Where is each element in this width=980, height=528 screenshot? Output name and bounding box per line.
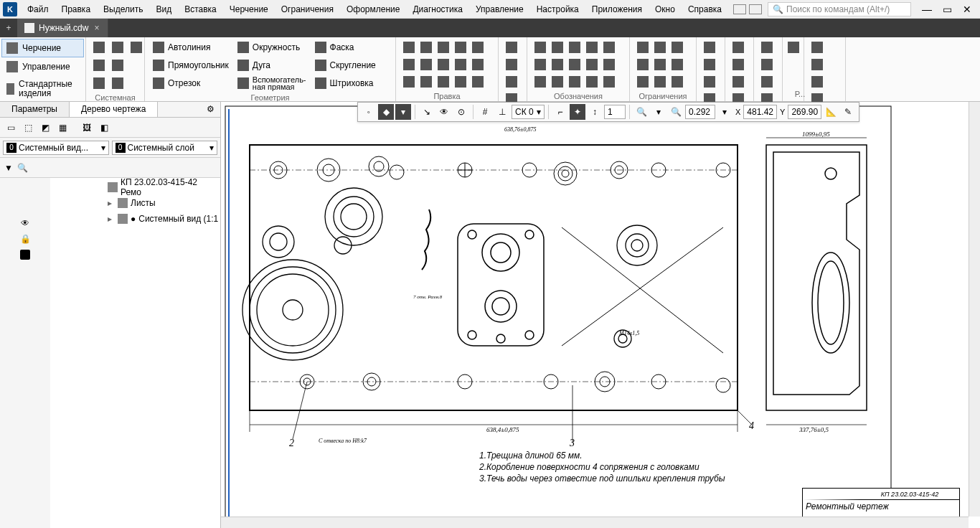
hatch-button[interactable]: Штриховка [311,75,380,92]
tree-system-view[interactable]: ▸ ● Системный вид (1:1 [50,211,220,227]
tool-button[interactable] [730,73,747,90]
undo-button[interactable] [90,75,108,92]
fb-dropdown[interactable]: ▾ [395,104,411,120]
tool-button[interactable] [532,39,549,56]
tool-button[interactable] [634,56,651,73]
fb-btn[interactable]: ⊥ [494,104,510,120]
mdi-minimize-icon[interactable] [733,4,746,14]
chamfer-button[interactable]: Фаска [311,39,380,56]
menu-format[interactable]: Оформление [341,2,405,16]
tool-button[interactable] [669,73,686,90]
menu-constraints[interactable]: Ограничения [275,2,339,16]
tool-button[interactable] [418,56,435,73]
tool-button[interactable] [532,73,549,90]
tool-button[interactable] [600,56,618,73]
layer-swatch[interactable] [20,250,30,260]
segment-button[interactable]: Отрезок [149,75,232,92]
tool-button[interactable] [669,39,686,56]
expand-icon[interactable]: ▸ [108,198,115,208]
tool-button[interactable] [549,39,566,56]
drawing-canvas[interactable]: ◦ ◆ ▾ ↘ 👁 ⊙ # ⊥ СК 0▾ ⌐ ✦ ↕ 1 🔍 ▾ 🔍 0.29… [221,102,980,528]
zoom-field[interactable]: 0.292 [685,105,715,119]
step-field[interactable]: 1 [604,105,626,119]
fb-eraser[interactable]: ◆ [378,104,394,120]
mdi-restore-icon[interactable] [749,4,762,14]
mode-drawing[interactable]: Черчение [1,39,84,57]
rectangle-button[interactable]: Прямоугольник [149,57,232,74]
tool-button[interactable] [730,39,747,56]
tool-button[interactable] [701,73,718,90]
fb-snap[interactable]: ✦ [570,104,585,120]
tool-button[interactable] [809,56,826,73]
close-tab-icon[interactable]: × [93,23,100,33]
menu-help[interactable]: Справка [682,2,727,16]
mode-manage[interactable]: Управление [1,57,84,76]
search-tree-icon[interactable]: 🔍 [17,163,28,173]
tool-button[interactable] [566,56,583,73]
window-maximize[interactable]: ▭ [937,1,957,17]
menu-edit[interactable]: Правка [56,2,97,16]
tool-button[interactable] [549,56,566,73]
tool-button[interactable] [583,73,600,90]
tool-button[interactable] [809,73,826,90]
tool-button[interactable] [566,73,583,90]
eye-icon[interactable]: 👁 [21,218,29,228]
tab-tree[interactable]: Дерево чертежа [70,102,158,117]
eyedropper-icon[interactable]: ✎ [840,104,856,120]
floating-toolbar[interactable]: ◦ ◆ ▾ ↘ 👁 ⊙ # ⊥ СК 0▾ ⌐ ✦ ↕ 1 🔍 ▾ 🔍 0.29… [357,102,859,122]
menu-drawing[interactable]: Черчение [224,2,274,16]
panel-settings-icon[interactable]: ⚙ [201,102,220,117]
window-close[interactable]: ✕ [957,1,977,17]
menu-settings[interactable]: Настройка [531,2,585,16]
tool-button[interactable] [435,56,452,73]
tool-button[interactable] [651,56,669,73]
mode-standard[interactable]: Стандартные изделия [1,76,84,102]
print-button[interactable] [90,57,108,74]
tool-button[interactable] [532,56,549,73]
tool-button[interactable] [701,39,718,56]
window-minimize[interactable]: — [917,1,937,17]
command-search[interactable]: 🔍 Поиск по командам (Alt+/) [768,2,911,16]
tool-button[interactable] [634,73,651,90]
tool-button[interactable] [730,56,747,73]
tool-button[interactable] [418,73,435,90]
tool-button[interactable] [758,73,776,90]
tool-button[interactable] [600,39,618,56]
tool-button[interactable] [452,56,469,73]
drawing-tree[interactable]: КП 23.02.03-415-42 Ремо ▸ Листы ▸ ● Сист… [50,178,220,528]
vertical-scrollbar[interactable] [969,102,980,517]
grid-button[interactable]: # [477,104,493,120]
new-tab-button[interactable]: + [0,19,17,37]
tree-btn-4[interactable]: ▦ [55,120,70,136]
tool-button[interactable] [669,56,686,73]
fb-dropdown[interactable]: ▾ [651,104,666,120]
tool-button[interactable] [600,73,618,90]
tool-button[interactable] [758,39,776,56]
arc-button[interactable]: Дуга [234,57,310,74]
menu-view[interactable]: Вид [150,2,177,16]
tool-button[interactable] [400,56,418,73]
autoline-button[interactable]: Автолиния [149,39,232,56]
new-doc-button[interactable] [90,39,108,56]
fb-measure[interactable]: 📐 [823,104,839,120]
tool-button[interactable] [583,39,600,56]
tool-button[interactable] [758,56,776,73]
tree-btn-6[interactable]: ◧ [96,120,112,136]
tool-button[interactable] [452,39,469,56]
tool-button[interactable] [634,39,651,56]
y-field[interactable]: 269.90 [788,105,821,119]
expand-icon[interactable]: ▸ [108,214,115,224]
fillet-button[interactable]: Скругление [311,57,380,74]
tool-button[interactable] [435,39,452,56]
tool-button[interactable] [549,73,566,90]
tool-button[interactable] [469,39,486,56]
tool-button[interactable] [583,56,600,73]
fb-btn[interactable]: ↕ [587,104,603,120]
circle-button[interactable]: Окружность [234,39,310,56]
tool-button[interactable] [400,73,418,90]
tool-button[interactable] [787,39,800,56]
menu-file[interactable]: Файл [22,2,55,16]
tool-button[interactable] [435,73,452,90]
tool-button[interactable] [651,73,669,90]
menu-diagnostics[interactable]: Диагностика [407,2,468,16]
